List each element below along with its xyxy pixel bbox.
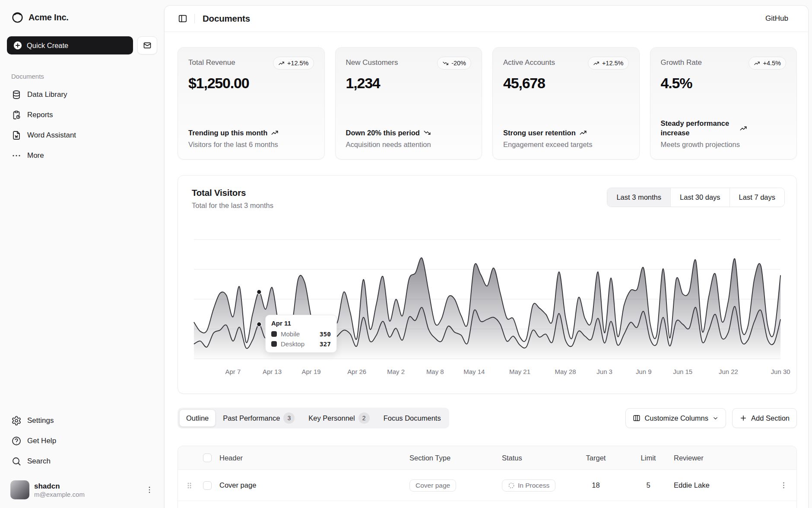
sidebar-item-more[interactable]: More [7,146,157,165]
trending-up-icon [579,129,587,137]
search-icon [11,456,22,466]
quick-create-button[interactable]: Quick Create [7,36,133,54]
svg-text:May 2: May 2 [387,368,405,375]
tab-key-personnel[interactable]: Key Personnel 2 [302,409,376,427]
gear-icon [11,415,22,426]
github-link[interactable]: GitHub [765,14,788,23]
tab-focus-documents[interactable]: Focus Documents [377,409,447,427]
area-chart-svg: Apr 7Apr 13Apr 19Apr 26May 2May 8May 14M… [178,227,796,393]
avatar [10,480,29,499]
trend-badge: +12.5% [273,57,314,70]
card-label: Growth Rate [661,57,702,67]
trend-badge-value: +12.5% [287,60,309,67]
range-last-30-days[interactable]: Last 30 days [670,188,730,207]
trend-badge: -20% [437,57,471,70]
columns-icon [633,414,641,422]
column-header: Header [219,454,409,462]
trend-badge-value: -20% [451,60,466,67]
nav-documents: Data Library Reports Word Assistant [7,85,157,165]
sidebar-item-search[interactable]: Search [7,452,157,471]
user-email: m@example.com [34,491,85,498]
target-cell[interactable]: 18 [569,481,623,489]
area-chart[interactable]: Apr 7Apr 13Apr 19Apr 26May 2May 8May 14M… [178,227,796,393]
card-growth-rate: Growth Rate +4.5% 4.5% Steady performanc… [650,47,797,160]
inbox-button[interactable] [137,36,157,54]
file-word-icon [11,130,22,141]
tab-count-badge: 2 [358,412,370,424]
sidebar-item-label: Get Help [27,437,56,445]
sidebar-item-reports[interactable]: Reports [7,105,157,125]
sidebar-toggle-icon[interactable] [178,14,187,23]
reviewer-cell[interactable]: Eddie Lake [674,481,770,489]
content: Total Revenue +12.5% $1,250.00 Trending … [165,32,808,508]
svg-text:Jun 15: Jun 15 [673,368,692,375]
tooltip-series-label: Mobile [281,330,300,338]
report-icon [11,110,22,120]
svg-text:Apr 7: Apr 7 [225,368,241,375]
svg-text:Jun 3: Jun 3 [596,368,612,375]
trending-up-icon [754,60,760,67]
sidebar-item-get-help[interactable]: Get Help [7,431,157,450]
limit-cell[interactable]: 5 [623,481,674,489]
select-all-checkbox[interactable] [203,454,212,462]
sidebar-item-label: Data Library [27,90,67,99]
sidebar-item-settings[interactable]: Settings [7,411,157,430]
svg-text:Apr 13: Apr 13 [263,368,282,375]
desktop-swatch-icon [271,341,277,347]
main-panel: Documents GitHub Total Revenue +12.5% $1… [164,5,809,508]
svg-text:May 21: May 21 [509,368,530,375]
svg-text:Jun 22: Jun 22 [719,368,738,375]
drag-handle-icon[interactable] [178,482,200,489]
card-footer-title: Strong user retention [503,128,629,137]
trending-up-icon [271,129,279,137]
trending-up-icon [739,125,747,132]
tab-list: Outline Past Performance 3 Key Personnel… [178,408,449,428]
svg-text:May 28: May 28 [555,368,576,375]
trend-badge: +4.5% [749,57,786,70]
svg-text:Jun 30: Jun 30 [771,368,790,375]
page-title: Documents [203,13,250,24]
customize-columns-button[interactable]: Customize Columns [625,408,726,428]
user-menu[interactable]: shadcn m@example.com [7,477,157,503]
card-footer-desc: Meets growth projections [661,141,787,149]
card-footer-desc: Visitors for the last 6 months [188,141,314,149]
card-new-customers: New Customers -20% 1,234 Down 20% this p… [335,47,482,160]
loader-icon [508,482,515,489]
status-badge: In Process [502,479,555,492]
svg-text:Jun 9: Jun 9 [636,368,652,375]
range-last-7-days[interactable]: Last 7 days [730,188,784,207]
card-label: New Customers [346,57,398,67]
sidebar-item-label: Reports [27,111,53,119]
chevron-down-icon [712,415,719,422]
row-checkbox[interactable] [203,481,212,490]
trending-up-icon [278,60,285,67]
tooltip-series-value: 327 [320,341,331,348]
brand[interactable]: Acme Inc. [7,7,157,28]
range-last-3-months[interactable]: Last 3 months [607,188,670,207]
trend-badge: +12.5% [588,57,629,70]
row-menu-button[interactable] [770,481,797,489]
svg-text:Apr 26: Apr 26 [347,368,366,375]
card-footer-desc: Acquisition needs attention [346,141,472,149]
sidebar-group-label: Documents [7,73,157,80]
tooltip-series-label: Desktop [281,340,304,348]
table-toolbar: Outline Past Performance 3 Key Personnel… [178,408,797,428]
column-target: Target [569,454,623,462]
sidebar-item-word-assistant[interactable]: Word Assistant [7,126,157,145]
dots-vertical-icon[interactable] [145,486,154,494]
sidebar-item-label: Settings [27,416,54,425]
topbar: Documents GitHub [165,6,808,32]
trending-up-icon [593,60,599,67]
tab-outline[interactable]: Outline [179,409,216,427]
acme-logo-icon [11,11,24,24]
chart-tooltip: Apr 11 Mobile 350 Desktop 327 [265,315,337,353]
card-footer-title: Trending up this month [188,128,314,137]
sidebar: Acme Inc. Quick Create Dashbo [0,0,164,508]
table-row: Cover page Cover page In Process 18 5 Ed… [178,470,796,501]
tab-past-performance[interactable]: Past Performance 3 [216,409,301,427]
sidebar-item-data-library[interactable]: Data Library [7,85,157,104]
row-header-cell[interactable]: Cover page [219,481,409,489]
circle-plus-icon [13,41,22,50]
table-row: Table of contents Table of contents Done… [178,501,796,508]
add-section-button[interactable]: Add Section [732,408,797,428]
